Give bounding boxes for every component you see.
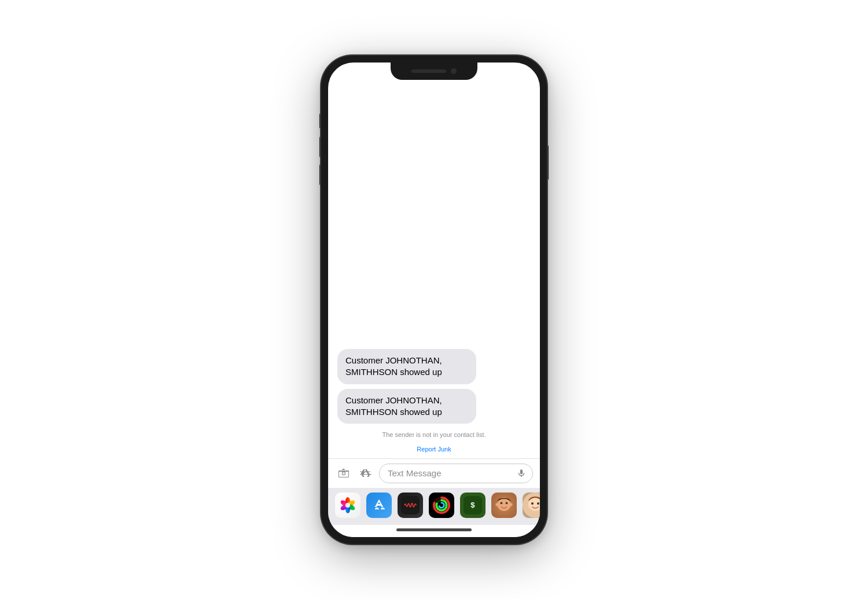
- camera-icon: [337, 466, 351, 480]
- svg-rect-7: [401, 496, 420, 515]
- voice-memos-icon: [401, 496, 420, 515]
- dock-app-photos[interactable]: [335, 493, 361, 518]
- phone-device: Customer JOHNOTHAN, SMITHHSON showed up …: [321, 56, 547, 544]
- dock-app-appstore[interactable]: [366, 493, 392, 518]
- app-store-inline-button[interactable]: [357, 465, 374, 482]
- chat-area: Customer JOHNOTHAN, SMITHHSON showed up …: [328, 80, 540, 458]
- svg-point-18: [501, 502, 503, 504]
- svg-point-20: [495, 503, 498, 506]
- phone-screen: Customer JOHNOTHAN, SMITHHSON showed up …: [328, 63, 540, 537]
- speaker-grille: [411, 69, 446, 73]
- activity-rings-icon: [432, 496, 451, 515]
- front-camera: [451, 68, 457, 74]
- text-message-input[interactable]: Text Message: [379, 464, 533, 483]
- dock-app-activity[interactable]: [429, 493, 454, 518]
- appstore-dock-icon: [370, 496, 388, 515]
- notch: [391, 63, 477, 80]
- messages-app: Customer JOHNOTHAN, SMITHHSON showed up …: [328, 63, 540, 537]
- message-bubble: Customer JOHNOTHAN, SMITHHSON showed up: [337, 349, 476, 384]
- svg-rect-8: [432, 496, 451, 515]
- svg-point-21: [509, 503, 512, 506]
- dock-app-voice[interactable]: [398, 493, 423, 518]
- apple-cash-icon: $: [464, 496, 482, 515]
- sender-notice: The sender is not in your contact list.: [337, 431, 531, 439]
- message-bubble: Customer JOHNOTHAN, SMITHHSON showed up: [337, 389, 476, 424]
- message-text: Customer JOHNOTHAN, SMITHHSON showed up: [345, 395, 442, 417]
- photos-icon: [337, 495, 358, 516]
- text-message-placeholder: Text Message: [388, 468, 442, 478]
- memoji2-icon: [523, 493, 540, 518]
- svg-point-19: [506, 502, 508, 504]
- dock-app-memoji2[interactable]: [523, 493, 540, 518]
- appstore-icon: [359, 466, 373, 480]
- svg-point-6: [345, 502, 350, 507]
- app-dock: $: [328, 488, 540, 525]
- memoji1-icon: [492, 494, 516, 517]
- svg-text:$: $: [470, 501, 475, 509]
- home-bar: [396, 528, 472, 531]
- mic-svg: [516, 468, 527, 479]
- dock-app-memoji1[interactable]: [491, 493, 517, 518]
- message-input-bar: Text Message: [328, 458, 540, 488]
- camera-button[interactable]: [335, 465, 352, 482]
- svg-point-25: [537, 502, 539, 505]
- report-junk-link[interactable]: Report Junk: [337, 446, 531, 453]
- home-indicator-area: [328, 525, 540, 537]
- dock-app-apple-cash[interactable]: $: [460, 493, 486, 518]
- microphone-icon: [516, 468, 527, 479]
- svg-point-24: [531, 502, 534, 505]
- message-text: Customer JOHNOTHAN, SMITHHSON showed up: [345, 355, 442, 377]
